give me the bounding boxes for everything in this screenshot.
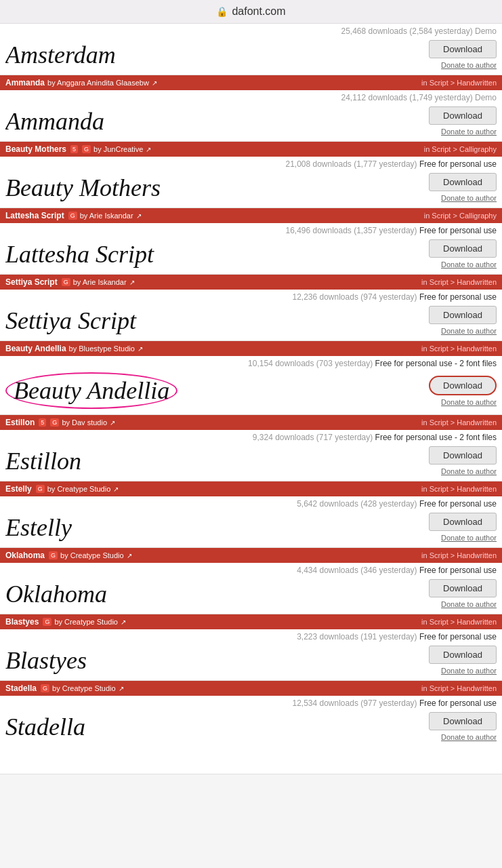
font-meta-estelly: 5,642 downloads (428 yesterday) Free for… [0,496,502,510]
lock-icon: 🔒 [216,6,228,17]
font-entry-beauty-mothers: Beauty Mothers 5 G by JunCreative ↗ in S… [0,142,502,208]
download-count: 21,008 downloads (1,777 yesterday) [285,159,417,169]
font-entry-lattesha-script: Lattesha Script G by Arie Iskandar ↗ in … [0,208,502,275]
font-entry-stadella: Stadella G by Creatype Studio ↗ in Scrip… [0,681,502,774]
font-preview-amsterdam: Amsterdam [5,41,429,69]
font-name-estillon: Estillon [5,418,35,427]
donate-link-stadella[interactable]: Donate to author [441,733,497,741]
external-link-icon[interactable]: ↗ [113,486,119,493]
font-license: Demo [475,93,497,102]
external-link-icon[interactable]: ↗ [138,345,143,353]
download-count: 3,223 downloads (191 yesterday) [297,632,417,642]
download-button-beauty-mothers[interactable]: Download [429,173,497,191]
font-category-blastyes: in Script > Handwritten [421,618,497,626]
font-preview-row-stadella: Stadella Download Donate to author [0,709,502,747]
font-header-ammanda: Ammanda by Anggara Anindita Glaasebw ↗ i… [0,75,502,90]
font-icon1: G [68,212,77,220]
font-license: Free for personal use [419,226,497,235]
font-category-settiya-script: in Script > Handwritten [421,278,497,286]
donate-link-blastyes[interactable]: Donate to author [441,667,497,675]
donate-link-oklahoma[interactable]: Donate to author [441,600,497,608]
download-button-lattesha-script[interactable]: Download [429,239,497,258]
font-header-lattesha-script: Lattesha Script G by Arie Iskandar ↗ in … [0,208,502,223]
external-link-icon[interactable]: ↗ [121,618,126,626]
font-category-beauty-mothers: in Script > Calligraphy [424,145,497,153]
font-header-left: Oklahoma G by Creatype Studio ↗ [5,551,132,560]
font-preview-row-beauty-andellia: Beauty Andellia Download Donate to autho… [0,370,502,414]
font-preview-row-estillon: Estillon Download Donate to author [0,443,502,481]
font-preview-row-blastyes: Blastyes Download Donate to author [0,643,502,680]
font-license: Free for personal use - 2 font files [375,359,497,368]
font-category-beauty-andellia: in Script > Handwritten [421,344,497,353]
donate-link-estelly[interactable]: Donate to author [441,534,497,542]
font-category-lattesha-script: in Script > Calligraphy [424,212,497,220]
font-name-blastyes: Blastyes [5,617,39,627]
external-link-icon[interactable]: ↗ [136,212,142,220]
font-header-left: Estillon 5 G by Dav studio ↗ [5,418,115,427]
font-preview-row-ammanda: Ammanda Download Donate to author [0,104,502,141]
download-button-ammanda[interactable]: Download [429,106,497,125]
font-name-stadella: Stadella [5,684,37,693]
font-author-settiya-script: by Arie Iskandar [73,278,127,286]
font-header-left: Blastyes G by Creatype Studio ↗ [5,617,126,627]
download-count: 25,468 downloads (2,584 yesterday) [341,26,473,36]
font-actions-estillon: Download Donate to author [429,446,497,475]
font-category-stadella: in Script > Handwritten [421,684,497,692]
font-meta-lattesha-script: 16,496 downloads (1,357 yesterday) Free … [0,223,502,237]
font-entry-ammanda: Ammanda by Anggara Anindita Glaasebw ↗ i… [0,75,502,142]
font-icon1: G [49,551,58,559]
external-link-icon[interactable]: ↗ [119,685,124,692]
font-preview-row-settiya-script: Settiya Script Download Donate to author [0,303,502,340]
font-entry-blastyes: Blastyes G by Creatype Studio ↗ in Scrip… [0,614,502,681]
donate-link-ammanda[interactable]: Donate to author [441,127,497,136]
download-button-settiya-script[interactable]: Download [429,306,497,324]
download-button-amsterdam[interactable]: Download [429,40,497,58]
font-actions-oklahoma: Download Donate to author [429,579,497,608]
font-header-left: Settiya Script G by Arie Iskandar ↗ [5,277,135,287]
font-icon1: 5 [39,418,46,427]
font-license: Free for personal use [419,566,497,575]
download-count: 5,642 downloads (428 yesterday) [297,499,417,509]
font-meta-beauty-andellia: 10,154 downloads (703 yesterday) Free fo… [0,356,502,370]
external-link-icon[interactable]: ↗ [110,419,115,427]
donate-link-settiya-script[interactable]: Donate to author [441,327,497,335]
font-entry-beauty-andellia: Beauty Andellia by Bluestype Studio ↗ in… [0,341,502,415]
font-meta-blastyes: 3,223 downloads (191 yesterday) Free for… [0,629,502,643]
external-link-icon[interactable]: ↗ [152,79,157,87]
font-meta-beauty-mothers: 21,008 downloads (1,777 yesterday) Free … [0,157,502,170]
font-name-estelly: Estelly [5,484,32,494]
font-list: 25,468 downloads (2,584 yesterday) Demo … [0,24,502,774]
font-header-left: Lattesha Script G by Arie Iskandar ↗ [5,211,142,220]
download-count: 9,324 downloads (717 yesterday) [253,433,373,442]
font-header-estelly: Estelly G by Creatype Studio ↗ in Script… [0,481,502,496]
font-actions-ammanda: Download Donate to author [429,106,497,136]
font-icon1: G [36,485,45,493]
font-preview-oklahoma: Oklahoma [5,580,429,608]
external-link-icon[interactable]: ↗ [129,279,135,286]
external-link-icon[interactable]: ↗ [146,146,151,153]
font-preview-row-lattesha-script: Lattesha Script Download Donate to autho… [0,237,502,274]
font-header-stadella: Stadella G by Creatype Studio ↗ in Scrip… [0,681,502,696]
donate-link-lattesha-script[interactable]: Donate to author [441,260,497,269]
download-button-stadella[interactable]: Download [429,712,497,730]
download-button-oklahoma[interactable]: Download [429,579,497,597]
donate-link-beauty-mothers[interactable]: Donate to author [441,194,497,202]
download-button-blastyes[interactable]: Download [429,646,497,664]
font-actions-settiya-script: Download Donate to author [429,306,497,335]
font-category-estillon: in Script > Handwritten [421,418,497,427]
external-link-icon[interactable]: ↗ [127,552,132,559]
top-bar: 🔒 dafont.com [0,0,502,24]
donate-link-beauty-andellia[interactable]: Donate to author [441,398,497,406]
font-header-settiya-script: Settiya Script G by Arie Iskandar ↗ in S… [0,275,502,290]
donate-link-estillon[interactable]: Donate to author [441,467,497,475]
font-meta-estillon: 9,324 downloads (717 yesterday) Free for… [0,430,502,443]
font-preview-ammanda: Ammanda [5,107,429,136]
download-button-estelly[interactable]: Download [429,513,497,531]
download-button-estillon[interactable]: Download [429,446,497,465]
font-meta-oklahoma: 4,434 downloads (346 yesterday) Free for… [0,563,502,576]
download-button-beauty-andellia[interactable]: Download [429,376,497,395]
donate-link-amsterdam[interactable]: Donate to author [441,61,497,69]
font-author-stadella: by Creatype Studio [52,684,116,692]
font-preview-settiya-script: Settiya Script [5,307,429,335]
font-header-oklahoma: Oklahoma G by Creatype Studio ↗ in Scrip… [0,548,502,563]
